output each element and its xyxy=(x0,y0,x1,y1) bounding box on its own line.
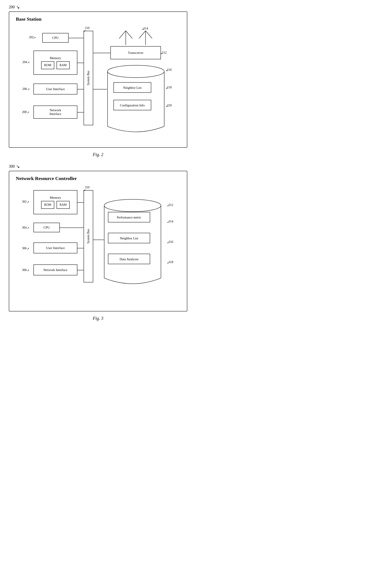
fig3-arrow: ↘ xyxy=(16,164,20,169)
fig2-arrow-208: ↗ xyxy=(27,111,29,114)
fig2-cylinder: Neighbor List Configuration Info xyxy=(107,65,167,133)
fig3-ref-304: 304 xyxy=(22,226,27,230)
fig2-arrow-202: ↗ xyxy=(33,36,36,40)
svg-rect-6 xyxy=(108,71,164,126)
fig2-antennas xyxy=(117,26,161,46)
fig2-arrow-214: ↙ xyxy=(142,27,144,31)
fig2-arrow-206: ↗ xyxy=(27,88,30,91)
fig2-ref-202: 202 xyxy=(29,36,34,39)
fig2-cpu-box: CPU xyxy=(42,33,69,43)
fig3-cylinder: Performance metric Neighbor List Data An… xyxy=(104,199,168,285)
svg-line-4 xyxy=(139,31,146,39)
svg-line-2 xyxy=(126,31,132,39)
fig2-arrow-216: ↙ xyxy=(166,69,168,72)
fig2-rom-box: ROM xyxy=(41,61,54,69)
svg-line-5 xyxy=(146,31,152,39)
fig2-ref-204: 204 xyxy=(22,60,27,64)
fig3-memory-outer: Memory ROM RAM xyxy=(33,190,77,214)
svg-text:Performance metric: Performance metric xyxy=(117,216,141,219)
fig2-ref-208: 208 xyxy=(22,110,27,114)
svg-text:Data Analyzer: Data Analyzer xyxy=(120,257,139,261)
fig2-memory-outer: Memory ROM RAM xyxy=(33,51,77,75)
fig3-ram-box: RAM xyxy=(56,201,70,209)
fig2-arrow-210: ↙ xyxy=(84,29,86,32)
fig3-ref-number: 300 xyxy=(9,164,15,169)
fig3-network-interface-box: Network Interface xyxy=(33,264,77,275)
fig2-arrow-204: ↗ xyxy=(27,61,30,64)
fig3-ref-308: 308 xyxy=(22,268,27,272)
svg-text:Configuration Info: Configuration Info xyxy=(120,104,145,107)
svg-text:Neighbor List: Neighbor List xyxy=(120,236,139,240)
fig3-ref-302: 302 xyxy=(22,200,27,204)
fig2-transceiver-box: Transceiver xyxy=(110,46,161,59)
fig2-title: Base Station xyxy=(16,16,180,22)
fig2-arrow-220: ↙ xyxy=(166,104,168,108)
fig3-container: Network Resource Controller Memory ROM R… xyxy=(9,171,187,311)
svg-line-1 xyxy=(119,31,126,39)
svg-point-17 xyxy=(104,199,161,212)
fig2-ram-box: RAM xyxy=(56,61,70,69)
fig3-title: Network Resource Controller xyxy=(16,176,180,181)
fig3-top-label: 300 ↘ xyxy=(9,164,187,169)
fig3-rom-box: ROM xyxy=(41,201,54,209)
fig2-user-interface-box: User Interface xyxy=(33,83,77,95)
fig2-ref-206: 206 xyxy=(22,87,27,91)
fig3-user-interface-box: User Interface xyxy=(33,242,77,253)
svg-point-9 xyxy=(108,65,164,78)
fig3-diagram: Memory ROM RAM 302 ↗ CPU 304 ↗ xyxy=(16,186,180,304)
fig3-caption: Fig. 3 xyxy=(9,316,187,321)
svg-text:Neighbor List: Neighbor List xyxy=(123,86,142,89)
fig2-arrow-218: ↙ xyxy=(166,86,168,90)
fig2-container: Base Station CPU 202 ↗ Memory ROM RAM xyxy=(9,12,187,148)
fig2-top-label: 200 ↘ xyxy=(9,4,187,10)
fig2-network-interface-box: Network Interface xyxy=(33,106,77,119)
fig2-ref-number: 200 xyxy=(9,5,15,9)
fig2-arrow-212: ↙ xyxy=(160,51,163,55)
fig3-cpu-box: CPU xyxy=(33,223,60,232)
fig2-arrow: ↘ xyxy=(16,4,20,10)
fig2-system-bus: System Bus xyxy=(84,31,93,125)
fig2-diagram: CPU 202 ↗ Memory ROM RAM 204 ↗ xyxy=(16,26,180,141)
fig3-ref-306: 306 xyxy=(22,247,27,250)
fig2-caption: Fig. 2 xyxy=(9,152,187,157)
fig3-system-bus: System Bus xyxy=(84,190,93,282)
